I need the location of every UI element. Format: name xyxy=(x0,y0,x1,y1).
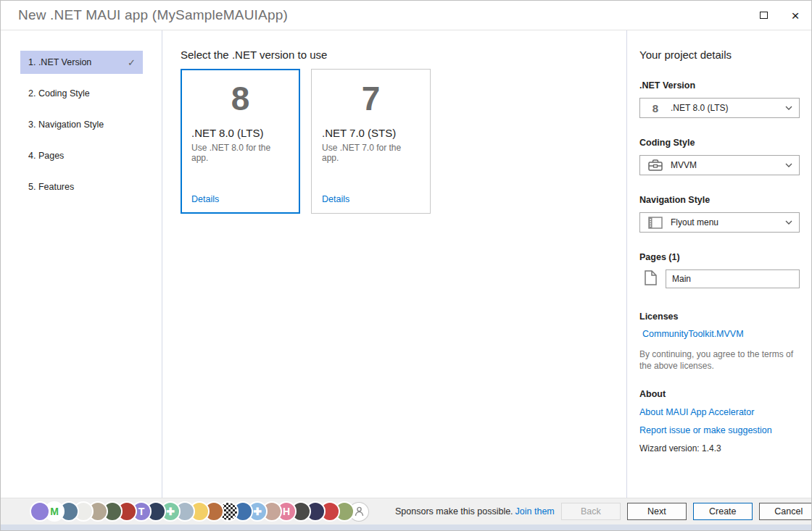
project-details-panel: Your project details .NET Version 8 .NET… xyxy=(626,30,811,498)
sidebar-step-pages[interactable]: 4. Pages xyxy=(20,144,143,167)
document-icon xyxy=(645,270,657,288)
details-link[interactable]: Details xyxy=(191,194,219,204)
step-label: 1. .NET Version xyxy=(28,57,91,67)
window-controls: × xyxy=(747,1,811,30)
step-label: 5. Features xyxy=(28,182,74,192)
report-issue-link[interactable]: Report issue or make suggestion xyxy=(639,425,800,435)
net8-number-icon: 8 xyxy=(652,102,658,114)
chevron-down-icon xyxy=(785,163,799,167)
sponsor-avatar[interactable] xyxy=(30,501,50,522)
coding-style-value: MVVM xyxy=(671,160,697,170)
footer-bar: MT✚✚H Sponsors make this possible.Join t… xyxy=(1,498,811,524)
about-accelerator-link[interactable]: About MAUI App Accelerator xyxy=(639,407,800,417)
details-link[interactable]: Details xyxy=(322,194,349,204)
card-net8[interactable]: 8 .NET 8.0 (LTS) Use .NET 8.0 for the ap… xyxy=(181,69,300,214)
card-number: 8 xyxy=(191,80,289,118)
coding-style-label: Coding Style xyxy=(639,138,800,148)
title-bar: New .NET MAUI app (MySampleMAUIApp) × xyxy=(1,1,811,30)
cancel-button[interactable]: Cancel xyxy=(759,503,812,520)
card-number: 7 xyxy=(322,80,420,118)
window-bottom-strip xyxy=(1,524,811,530)
wizard-window: New .NET MAUI app (MySampleMAUIApp) × 1.… xyxy=(0,0,812,531)
card-net7[interactable]: 7 .NET 7.0 (STS) Use .NET 7.0 for the ap… xyxy=(311,69,431,214)
step-label: 3. Navigation Style xyxy=(28,120,104,130)
net-version-label: .NET Version xyxy=(639,80,800,91)
sidebar-step-navigation-style[interactable]: 3. Navigation Style xyxy=(20,113,143,136)
sponsors-text: Sponsors make this possible.Join them xyxy=(395,506,555,517)
sidebar-step-coding-style[interactable]: 2. Coding Style xyxy=(20,82,143,105)
next-button[interactable]: Next xyxy=(627,503,687,520)
licenses-label: Licenses xyxy=(639,312,800,322)
back-button[interactable]: Back xyxy=(561,503,621,520)
coding-style-dropdown[interactable]: MVVM xyxy=(639,155,800,175)
step-label: 4. Pages xyxy=(28,151,64,161)
pages-label: Pages (1) xyxy=(639,252,800,262)
close-button[interactable]: × xyxy=(779,1,811,30)
about-label: About xyxy=(639,389,800,399)
card-title: .NET 8.0 (LTS) xyxy=(191,127,289,139)
sidebar-step-features[interactable]: 5. Features xyxy=(20,175,143,198)
checkmark-icon: ✓ xyxy=(128,57,136,68)
net-version-dropdown[interactable]: 8 .NET 8.0 (LTS) xyxy=(639,98,800,118)
license-note: By continuing, you agree to the terms of… xyxy=(639,348,798,372)
maximize-icon xyxy=(760,12,768,19)
steps-sidebar: 1. .NET Version ✓ 2. Coding Style 3. Nav… xyxy=(1,30,162,498)
navigation-style-label: Navigation Style xyxy=(639,195,800,205)
window-title: New .NET MAUI app (MySampleMAUIApp) xyxy=(1,7,288,23)
close-icon: × xyxy=(791,9,799,22)
create-button[interactable]: Create xyxy=(693,503,753,520)
navigation-style-value: Flyout menu xyxy=(671,217,718,227)
join-them-link[interactable]: Join them xyxy=(515,506,555,517)
content-area: 1. .NET Version ✓ 2. Coding Style 3. Nav… xyxy=(1,30,811,498)
maximize-button[interactable] xyxy=(747,1,779,30)
license-link[interactable]: CommunityToolkit.MVVM xyxy=(642,329,800,339)
card-description: Use .NET 8.0 for the app. xyxy=(191,143,289,163)
page-name-input[interactable] xyxy=(666,269,800,288)
page-row xyxy=(639,269,800,288)
navigation-style-dropdown[interactable]: Flyout menu xyxy=(639,212,800,233)
main-panel: Select the .NET version to use 8 .NET 8.… xyxy=(162,30,626,498)
sidebar-step-net-version[interactable]: 1. .NET Version ✓ xyxy=(20,51,143,74)
details-heading: Your project details xyxy=(639,49,800,61)
version-cards: 8 .NET 8.0 (LTS) Use .NET 8.0 for the ap… xyxy=(181,69,626,214)
chevron-down-icon xyxy=(785,106,799,110)
sponsor-avatars: MT✚✚H xyxy=(30,501,369,522)
wizard-buttons: Back Next Create Cancel xyxy=(555,503,812,520)
chevron-down-icon xyxy=(785,220,799,225)
card-description: Use .NET 7.0 for the app. xyxy=(322,143,420,163)
step-label: 2. Coding Style xyxy=(28,88,90,99)
page-title: Select the .NET version to use xyxy=(181,49,626,61)
flyout-menu-icon xyxy=(640,217,671,229)
net-version-value: .NET 8.0 (LTS) xyxy=(671,103,729,113)
card-title: .NET 7.0 (STS) xyxy=(322,127,420,139)
toolbox-icon xyxy=(640,159,671,171)
wizard-version: Wizard version: 1.4.3 xyxy=(639,443,800,453)
